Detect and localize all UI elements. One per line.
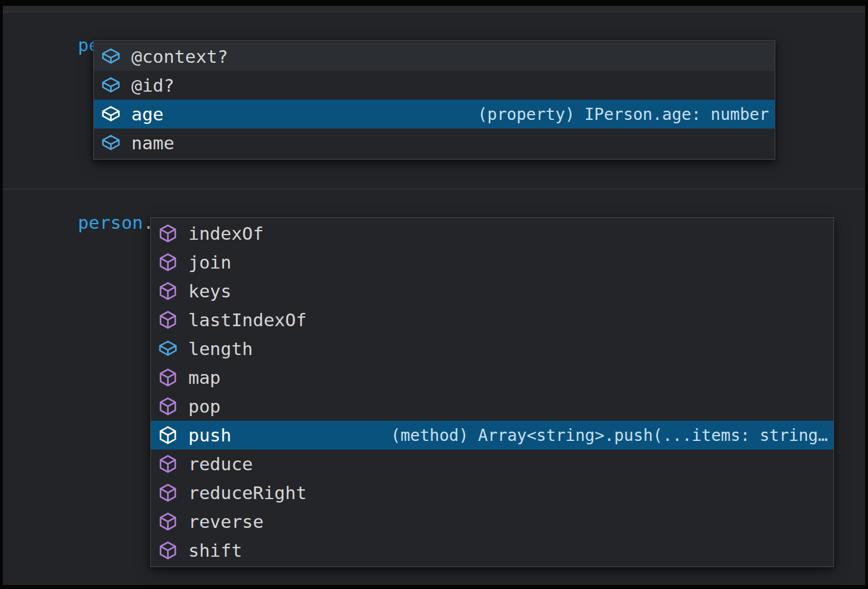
symbol-method-icon bbox=[158, 397, 178, 416]
symbol-method-icon bbox=[158, 512, 178, 531]
suggest-item-label: reverse bbox=[188, 511, 264, 532]
suggest-item-pop[interactable]: pop bbox=[151, 392, 833, 421]
symbol-method-icon bbox=[158, 541, 178, 560]
suggest-item-label: keys bbox=[188, 281, 232, 301]
code-editor[interactable]: person.; @context? @id? age (property) I… bbox=[3, 6, 865, 585]
symbol-field-icon bbox=[101, 104, 121, 124]
suggest-item-label: @id? bbox=[131, 75, 175, 96]
suggest-item-shift[interactable]: shift bbox=[151, 536, 833, 565]
suggest-item-lastindexof[interactable]: lastIndexOf bbox=[151, 305, 833, 334]
suggest-item-detail: (method) Array<string>.push(...items: st… bbox=[379, 426, 828, 445]
suggest-item-id[interactable]: @id? bbox=[94, 71, 775, 100]
suggest-item-label: pop bbox=[188, 396, 221, 417]
suggest-item-name[interactable]: name bbox=[94, 129, 775, 157]
symbol-field-icon bbox=[158, 339, 178, 358]
suggest-item-label: join bbox=[188, 252, 232, 273]
section-divider bbox=[3, 188, 865, 190]
suggest-item-reduceright[interactable]: reduceRight bbox=[151, 478, 833, 507]
suggest-widget-person: @context? @id? age (property) IPerson.ag… bbox=[93, 40, 775, 160]
symbol-method-icon bbox=[158, 281, 178, 301]
suggest-item-age-selected[interactable]: age (property) IPerson.age: number bbox=[94, 100, 775, 129]
screenshot-frame: person.; @context? @id? age (property) I… bbox=[0, 0, 868, 589]
suggest-widget-name: indexOf join keys lastIndexOf length map bbox=[150, 217, 834, 567]
suggest-item-label: reduce bbox=[188, 454, 253, 474]
suggest-item-label: name bbox=[131, 133, 175, 153]
symbol-field-icon bbox=[101, 47, 121, 66]
suggest-item-join[interactable]: join bbox=[151, 248, 833, 277]
suggest-item-label: reduceRight bbox=[188, 482, 306, 503]
suggest-item-label: age bbox=[131, 104, 164, 124]
suggest-item-label: push bbox=[188, 425, 232, 445]
suggest-item-label: shift bbox=[188, 540, 242, 561]
symbol-method-icon bbox=[158, 454, 178, 474]
suggest-item-detail: (property) IPerson.age: number bbox=[466, 105, 769, 124]
token-variable-person: person bbox=[78, 212, 143, 233]
symbol-field-icon bbox=[101, 75, 121, 95]
symbol-method-icon bbox=[158, 483, 178, 503]
suggest-item-length[interactable]: length bbox=[151, 334, 833, 363]
suggest-item-keys[interactable]: keys bbox=[151, 277, 833, 305]
suggest-item-reduce[interactable]: reduce bbox=[151, 450, 833, 478]
symbol-method-icon bbox=[158, 425, 178, 445]
suggest-item-map[interactable]: map bbox=[151, 363, 833, 392]
symbol-method-icon bbox=[158, 252, 178, 272]
suggest-item-reverse[interactable]: reverse bbox=[151, 507, 833, 536]
symbol-method-icon bbox=[158, 368, 178, 387]
suggest-item-label: length bbox=[188, 338, 253, 359]
suggest-item-indexof[interactable]: indexOf bbox=[151, 219, 833, 248]
suggest-item-label: map bbox=[188, 367, 221, 388]
symbol-field-icon bbox=[101, 133, 121, 153]
suggest-item-label: lastIndexOf bbox=[188, 309, 306, 330]
suggest-item-label: @context? bbox=[131, 46, 228, 67]
editor-top-band bbox=[3, 6, 865, 13]
suggest-item-push-selected[interactable]: push (method) Array<string>.push(...item… bbox=[151, 421, 833, 450]
symbol-method-icon bbox=[158, 310, 178, 330]
suggest-item-label: indexOf bbox=[188, 223, 264, 244]
symbol-method-icon bbox=[158, 224, 178, 243]
suggest-item-context[interactable]: @context? bbox=[94, 42, 775, 71]
